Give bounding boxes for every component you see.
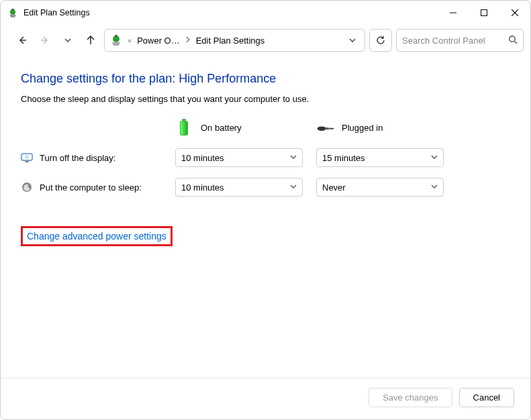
chevron-down-icon bbox=[290, 183, 297, 191]
breadcrumb-item[interactable]: Edit Plan Settings bbox=[193, 36, 268, 46]
nav-bar: « Power O… Edit Plan Settings Search Con… bbox=[1, 25, 530, 60]
plug-icon bbox=[316, 117, 334, 138]
refresh-button[interactable] bbox=[369, 29, 392, 52]
select-value: 10 minutes bbox=[181, 153, 224, 163]
svg-point-11 bbox=[510, 36, 515, 41]
row-label-display: Turn off the display: bbox=[21, 152, 175, 164]
content-area: Change settings for the plan: High Perfo… bbox=[1, 60, 530, 378]
display-plugged-select[interactable]: 15 minutes bbox=[316, 148, 444, 167]
title-bar: Edit Plan Settings bbox=[1, 1, 530, 25]
display-battery-select[interactable]: 10 minutes bbox=[175, 148, 303, 167]
select-value: Never bbox=[322, 182, 346, 193]
breadcrumb-icon bbox=[109, 33, 124, 48]
svg-point-0 bbox=[10, 9, 15, 15]
search-input[interactable]: Search Control Panel bbox=[396, 29, 524, 52]
row-label-text: Turn off the display: bbox=[40, 153, 115, 163]
save-changes-button[interactable]: Save changes bbox=[369, 388, 452, 407]
svg-rect-17 bbox=[325, 127, 330, 129]
breadcrumb[interactable]: « Power O… Edit Plan Settings bbox=[104, 29, 365, 52]
select-value: 10 minutes bbox=[181, 182, 224, 193]
page-subtitle: Choose the sleep and display settings th… bbox=[21, 94, 510, 104]
sleep-battery-select[interactable]: 10 minutes bbox=[175, 178, 303, 197]
footer: Save changes Cancel bbox=[1, 378, 530, 419]
cancel-button[interactable]: Cancel bbox=[459, 388, 514, 407]
page-title: Change settings for the plan: High Perfo… bbox=[21, 72, 510, 86]
svg-rect-1 bbox=[11, 9, 14, 10]
up-button[interactable] bbox=[81, 31, 100, 50]
minimize-button[interactable] bbox=[438, 1, 469, 25]
search-placeholder: Search Control Panel bbox=[402, 36, 503, 46]
app-icon bbox=[7, 7, 18, 18]
breadcrumb-prefix: « bbox=[126, 36, 133, 44]
battery-icon bbox=[175, 117, 193, 138]
svg-point-20 bbox=[25, 155, 29, 159]
column-label: Plugged in bbox=[342, 123, 383, 133]
svg-rect-10 bbox=[115, 35, 117, 37]
chevron-right-icon bbox=[184, 36, 192, 44]
close-button[interactable] bbox=[499, 1, 530, 25]
search-icon bbox=[508, 35, 518, 46]
svg-rect-3 bbox=[481, 10, 487, 16]
svg-rect-21 bbox=[25, 161, 29, 162]
column-header-battery: On battery bbox=[175, 117, 303, 138]
sleep-icon bbox=[21, 181, 33, 193]
back-button[interactable] bbox=[13, 31, 32, 50]
chevron-down-icon bbox=[431, 183, 438, 191]
row-label-text: Put the computer to sleep: bbox=[40, 182, 142, 193]
display-icon bbox=[21, 152, 33, 164]
forward-button[interactable] bbox=[36, 31, 54, 50]
breadcrumb-item[interactable]: Power O… bbox=[134, 36, 183, 46]
svg-rect-13 bbox=[182, 119, 186, 121]
highlight-box: Change advanced power settings bbox=[21, 226, 173, 246]
advanced-power-settings-link[interactable]: Change advanced power settings bbox=[27, 231, 166, 242]
window-title: Edit Plan Settings bbox=[23, 8, 90, 17]
row-label-sleep: Put the computer to sleep: bbox=[21, 181, 175, 193]
column-header-plugged: Plugged in bbox=[316, 117, 444, 138]
chevron-down-icon bbox=[290, 154, 297, 162]
breadcrumb-dropdown-button[interactable] bbox=[344, 32, 360, 48]
chevron-down-icon bbox=[431, 154, 438, 162]
column-label: On battery bbox=[201, 123, 242, 133]
recent-dropdown-button[interactable] bbox=[58, 31, 77, 50]
svg-line-12 bbox=[514, 41, 517, 44]
sleep-plugged-select[interactable]: Never bbox=[316, 178, 444, 197]
svg-point-16 bbox=[318, 126, 326, 131]
select-value: 15 minutes bbox=[322, 153, 365, 163]
svg-rect-15 bbox=[181, 121, 187, 135]
maximize-button[interactable] bbox=[469, 1, 499, 25]
